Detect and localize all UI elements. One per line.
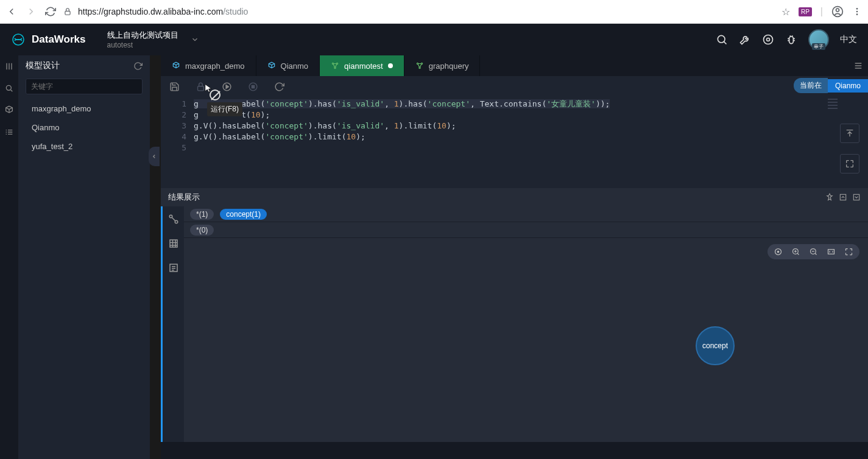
svg-point-11 (6, 85, 11, 90)
graph-toolbar (767, 244, 859, 259)
search-input[interactable] (26, 79, 143, 94)
tab-menu-icon[interactable] (849, 55, 868, 76)
fit-width-icon[interactable] (827, 247, 836, 256)
svg-point-14 (334, 67, 336, 68)
lock-icon (63, 7, 72, 16)
svg-point-9 (767, 38, 770, 41)
svg-point-17 (419, 67, 420, 68)
run-icon[interactable] (222, 82, 232, 92)
star-icon[interactable]: ☆ (782, 6, 790, 18)
lock-icon (196, 82, 206, 92)
code-editor[interactable]: 12345 g . .abel('concept').has('is_valid… (161, 97, 868, 188)
graph-icon (415, 61, 424, 70)
filter-chip-row-1: *(1)concept(1) (184, 206, 868, 222)
collapse-handle[interactable] (149, 147, 160, 166)
filter-chip[interactable]: *(0) (190, 225, 214, 236)
avatar[interactable]: 串子 (808, 29, 829, 50)
results-mode-rail (161, 206, 184, 442)
app-header: DataWorks 线上自动化测试项目 autotest 串子 中文 (0, 24, 868, 55)
tab[interactable]: qianmotest (320, 55, 404, 76)
sidebar-item[interactable]: maxgraph_demo (18, 99, 150, 118)
reload-icon[interactable] (45, 6, 56, 17)
graph-view-icon[interactable] (168, 214, 179, 225)
svg-rect-23 (853, 194, 859, 200)
graph-node-concept[interactable]: concept (696, 326, 735, 365)
rail-columns-icon[interactable] (4, 61, 14, 71)
save-icon[interactable] (169, 82, 180, 92)
url[interactable]: https://graphstudio.dw.alibaba-inc.com/s… (78, 7, 248, 16)
sidebar: 模型设计 maxgraph_demoQianmoyufa_test_2 (18, 55, 150, 459)
tab-label: graphquery (429, 61, 469, 71)
results-body: *(1)concept(1) *(0) concept (161, 206, 868, 442)
filter-chip[interactable]: *(1) (190, 209, 214, 220)
logo-icon (11, 32, 26, 47)
svg-point-3 (856, 8, 858, 10)
project-selector[interactable]: 线上自动化测试项目 autotest (107, 30, 199, 49)
wrench-icon[interactable] (739, 33, 751, 46)
sidebar-item[interactable]: Qianmo (18, 118, 150, 137)
bug-icon[interactable] (785, 33, 797, 46)
expand-up-icon[interactable] (839, 193, 847, 201)
back-icon[interactable] (6, 6, 17, 17)
svg-rect-22 (840, 194, 845, 200)
refresh-icon[interactable] (274, 82, 284, 92)
profile-icon[interactable] (831, 5, 844, 18)
tab[interactable]: graphquery (404, 55, 481, 76)
rail-list-icon[interactable] (4, 127, 14, 137)
app-name: DataWorks (32, 33, 86, 46)
expand-down-icon[interactable] (852, 193, 861, 201)
results-header: 结果展示 (161, 188, 868, 206)
forward-icon[interactable] (26, 6, 37, 17)
tab-label: maxgraph_demo (185, 61, 245, 71)
sidebar-item[interactable]: yufa_test_2 (18, 137, 150, 156)
scroll-top-button[interactable] (840, 124, 859, 143)
svg-point-4 (856, 11, 858, 13)
current-context-badge: 当前在 Qianmo (794, 78, 868, 93)
results-title: 结果展示 (168, 192, 200, 203)
zoom-out-icon[interactable] (809, 247, 818, 256)
tab[interactable]: Qianmo (256, 55, 320, 76)
tab-label: Qianmo (281, 61, 309, 71)
refresh-icon[interactable] (133, 61, 143, 71)
fullscreen-button[interactable] (840, 154, 859, 173)
tab-bar: maxgraph_demoQianmoqianmotestgraphquery (161, 55, 868, 76)
svg-rect-26 (170, 240, 177, 247)
logo[interactable]: DataWorks (11, 32, 86, 47)
project-name: 线上自动化测试项目 (107, 30, 178, 41)
rail-cube-icon[interactable] (4, 105, 14, 115)
dirty-indicator (388, 63, 393, 68)
pin-icon[interactable] (825, 193, 834, 201)
svg-rect-18 (198, 86, 204, 90)
project-sub: autotest (107, 41, 178, 49)
menu-icon[interactable] (852, 7, 862, 16)
svg-rect-10 (789, 37, 794, 44)
tab[interactable]: maxgraph_demo (161, 55, 256, 76)
svg-point-2 (836, 9, 839, 12)
language-switch[interactable]: 中文 (840, 34, 857, 45)
table-view-icon[interactable] (168, 238, 179, 249)
browser-chrome: https://graphstudio.dw.alibaba-inc.com/s… (0, 0, 868, 24)
graph-canvas[interactable]: concept (184, 238, 868, 442)
filter-chip[interactable]: concept(1) (220, 209, 267, 220)
svg-rect-32 (828, 250, 834, 254)
rp-badge[interactable]: RP (799, 7, 812, 16)
svg-point-8 (764, 35, 773, 44)
svg-point-5 (856, 13, 858, 15)
zoom-in-icon[interactable] (791, 247, 800, 256)
filter-chip-row-2: *(0) (184, 222, 868, 238)
svg-rect-21 (252, 85, 254, 88)
search-icon[interactable] (716, 33, 728, 46)
footer-bar (161, 442, 868, 459)
editor-toolbar: 运行(F8) 当前在 Qianmo (161, 76, 868, 97)
zoom-reset-icon[interactable] (774, 247, 783, 256)
sidebar-title: 模型设计 (26, 60, 60, 71)
svg-point-7 (718, 35, 725, 43)
svg-rect-0 (65, 11, 70, 15)
left-icon-rail (0, 55, 18, 459)
support-icon[interactable] (762, 33, 774, 46)
sidebar-search (26, 79, 143, 94)
fullscreen-icon[interactable] (844, 247, 853, 256)
form-view-icon[interactable] (168, 262, 179, 273)
cube-icon (267, 61, 276, 70)
rail-search-icon[interactable] (4, 83, 14, 93)
